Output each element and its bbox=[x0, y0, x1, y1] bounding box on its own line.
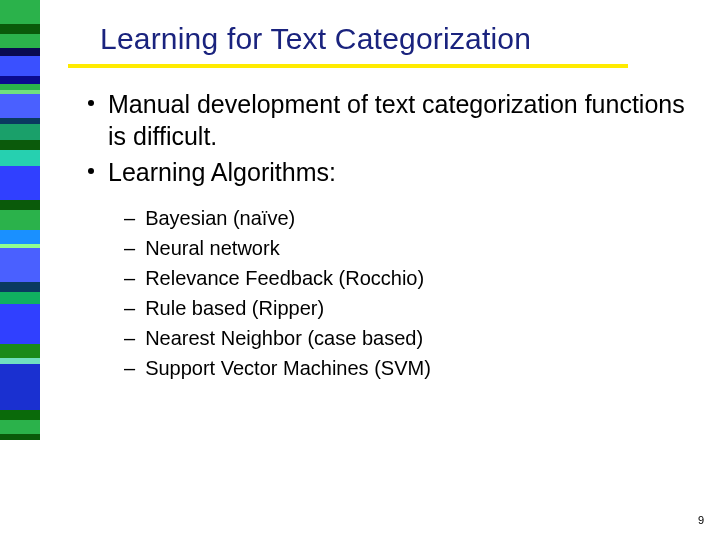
svg-rect-8 bbox=[0, 94, 40, 118]
bullet-dot-icon bbox=[88, 100, 94, 106]
svg-rect-0 bbox=[0, 0, 40, 24]
svg-rect-10 bbox=[0, 124, 40, 140]
svg-rect-9 bbox=[0, 118, 40, 124]
sub-bullet-list: – Bayesian (naïve) – Neural network – Re… bbox=[124, 204, 700, 382]
svg-rect-6 bbox=[0, 84, 40, 90]
dash-icon: – bbox=[124, 234, 135, 262]
svg-rect-26 bbox=[0, 420, 40, 434]
svg-rect-15 bbox=[0, 210, 40, 230]
svg-rect-3 bbox=[0, 48, 40, 56]
svg-rect-7 bbox=[0, 90, 40, 94]
svg-rect-14 bbox=[0, 200, 40, 210]
dash-icon: – bbox=[124, 324, 135, 352]
svg-rect-1 bbox=[0, 24, 40, 34]
svg-rect-24 bbox=[0, 364, 40, 410]
sub-bullet-item: – Nearest Neighbor (case based) bbox=[124, 324, 700, 352]
svg-rect-23 bbox=[0, 358, 40, 364]
svg-rect-16 bbox=[0, 230, 40, 244]
svg-rect-25 bbox=[0, 410, 40, 420]
sub-bullet-item: – Support Vector Machines (SVM) bbox=[124, 354, 700, 382]
svg-rect-27 bbox=[0, 434, 40, 440]
dash-icon: – bbox=[124, 204, 135, 232]
decorative-sidebar bbox=[0, 0, 40, 540]
svg-rect-5 bbox=[0, 76, 40, 84]
svg-rect-12 bbox=[0, 150, 40, 166]
svg-rect-18 bbox=[0, 248, 40, 282]
bullet-dot-icon bbox=[88, 168, 94, 174]
bullet-item: Manual development of text categorizatio… bbox=[88, 88, 700, 152]
sub-bullet-text: Bayesian (naïve) bbox=[145, 204, 295, 232]
dash-icon: – bbox=[124, 354, 135, 382]
slide-title: Learning for Text Categorization bbox=[100, 22, 700, 56]
bullet-text: Learning Algorithms: bbox=[108, 156, 336, 188]
sub-bullet-text: Support Vector Machines (SVM) bbox=[145, 354, 431, 382]
sub-bullet-item: – Bayesian (naïve) bbox=[124, 204, 700, 232]
bullet-list: Manual development of text categorizatio… bbox=[88, 88, 700, 188]
svg-rect-17 bbox=[0, 244, 40, 248]
svg-rect-11 bbox=[0, 140, 40, 150]
sub-bullet-text: Relevance Feedback (Rocchio) bbox=[145, 264, 424, 292]
svg-rect-20 bbox=[0, 292, 40, 304]
bullet-item: Learning Algorithms: bbox=[88, 156, 700, 188]
sub-bullet-text: Neural network bbox=[145, 234, 280, 262]
svg-rect-13 bbox=[0, 166, 40, 200]
svg-rect-4 bbox=[0, 56, 40, 76]
sub-bullet-item: – Relevance Feedback (Rocchio) bbox=[124, 264, 700, 292]
sub-bullet-item: – Neural network bbox=[124, 234, 700, 262]
sub-bullet-item: – Rule based (Ripper) bbox=[124, 294, 700, 322]
svg-rect-21 bbox=[0, 304, 40, 344]
svg-rect-19 bbox=[0, 282, 40, 292]
sub-bullet-text: Rule based (Ripper) bbox=[145, 294, 324, 322]
svg-rect-28 bbox=[0, 440, 40, 540]
page-number: 9 bbox=[698, 514, 704, 526]
svg-rect-2 bbox=[0, 34, 40, 48]
title-underline bbox=[68, 64, 628, 68]
dash-icon: – bbox=[124, 264, 135, 292]
bullet-text: Manual development of text categorizatio… bbox=[108, 88, 700, 152]
sub-bullet-text: Nearest Neighbor (case based) bbox=[145, 324, 423, 352]
svg-rect-22 bbox=[0, 344, 40, 358]
slide-content: Learning for Text Categorization Manual … bbox=[60, 0, 700, 540]
dash-icon: – bbox=[124, 294, 135, 322]
